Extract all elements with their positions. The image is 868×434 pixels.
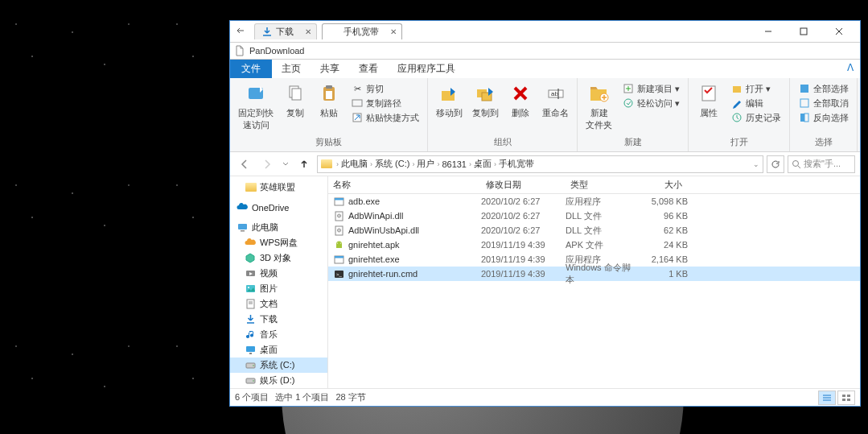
sidebar-item[interactable]: 此电脑 [230, 220, 327, 235]
file-row[interactable]: AdbWinUsbApi.dll2020/10/2 6:27DLL 文件62 K… [328, 223, 860, 238]
sidebar-item[interactable]: 3D 对象 [230, 250, 327, 266]
address-row: › 此电脑› 系统 (C:)› 用户› 86131› 桌面› 手机宽带 ⌄ 搜索… [230, 152, 860, 176]
pictures-icon [245, 283, 257, 295]
close-icon[interactable]: ✕ [305, 27, 311, 36]
menu-apptools[interactable]: 应用程序工具 [388, 60, 465, 78]
tab-downloads[interactable]: 下载 ✕ [254, 23, 317, 39]
menu-share[interactable]: 共享 [311, 60, 349, 78]
move-to-icon [438, 81, 462, 105]
ribbon-collapse-button[interactable]: ᐱ [841, 60, 860, 78]
svg-point-54 [339, 229, 340, 231]
close-button[interactable] [821, 22, 857, 41]
file-row[interactable]: adb.exe2020/10/2 6:27应用程序5,098 KB [328, 194, 860, 209]
sidebar-item[interactable]: 文档 [230, 296, 327, 312]
svg-text:ab: ab [551, 90, 558, 97]
history-button[interactable]: 历史记录 [727, 110, 784, 125]
downloads-icon [245, 313, 257, 325]
menu-home[interactable]: 主页 [272, 60, 311, 78]
title-bar: PanDownload [230, 42, 860, 60]
rename-button[interactable]: ab重命名 [537, 80, 574, 121]
copy-to-button[interactable]: 复制到 [467, 80, 504, 121]
svg-rect-24 [800, 99, 808, 107]
svg-rect-26 [804, 114, 808, 122]
svg-rect-25 [800, 114, 804, 122]
properties-button[interactable]: 属性 [692, 80, 726, 121]
icons-view-button[interactable] [837, 391, 855, 405]
qat-tool-icon[interactable] [236, 26, 247, 37]
address-bar[interactable]: › 此电脑› 系统 (C:)› 用户› 86131› 桌面› 手机宽带 ⌄ [317, 155, 763, 173]
column-name[interactable]: 名称 [328, 179, 481, 191]
menu-bar: 文件 主页 共享 查看 应用程序工具 ᐱ [230, 60, 860, 78]
file-row[interactable]: >_gnirehtet-run.cmd2019/11/19 4:39Window… [328, 267, 860, 281]
cut-button[interactable]: ✂剪切 [348, 81, 422, 96]
forward-button[interactable] [257, 155, 277, 174]
copy-button[interactable]: 复制 [278, 80, 312, 121]
sidebar-item[interactable]: 英雄联盟 [230, 180, 327, 195]
easy-access-button[interactable]: 轻松访问 ▾ [619, 96, 683, 110]
new-item-icon [622, 82, 635, 95]
edit-button[interactable]: 编辑 [727, 96, 784, 110]
file-list: adb.exe2020/10/2 6:27应用程序5,098 KBAdbWinA… [328, 194, 860, 388]
sidebar-item[interactable]: 下载 [230, 312, 327, 327]
svg-point-19 [624, 99, 632, 107]
copy-path-button[interactable]: 复制路径 [348, 96, 422, 110]
sidebar-item[interactable]: 视频 [230, 266, 327, 281]
close-icon[interactable]: ✕ [390, 27, 397, 36]
delete-button[interactable]: 删除 [504, 80, 537, 121]
paste-shortcut-button[interactable]: 粘贴快捷方式 [348, 110, 422, 125]
svg-rect-30 [241, 230, 245, 232]
search-input[interactable]: 搜索"手... [788, 155, 855, 173]
status-bar: 6 个项目 选中 1 个项目 28 字节 [230, 388, 860, 406]
menu-view[interactable]: 查看 [349, 60, 388, 78]
new-folder-button[interactable]: 新建 文件夹 [581, 80, 617, 133]
menu-file[interactable]: 文件 [230, 60, 272, 78]
column-type[interactable]: 类型 [566, 179, 638, 191]
sidebar-item[interactable]: OneDrive [230, 200, 327, 215]
svg-rect-4 [292, 89, 301, 100]
wps-icon [245, 237, 257, 249]
svg-rect-6 [326, 85, 332, 89]
sidebar-item[interactable]: 系统 (C:) [230, 358, 327, 373]
docs-icon [245, 298, 257, 310]
up-button[interactable] [294, 155, 314, 174]
paste-button[interactable]: 粘贴 [312, 80, 346, 121]
pin-quick-access-button[interactable]: 固定到快 速访问 [233, 80, 278, 133]
sidebar-item[interactable]: 图片 [230, 281, 327, 296]
pc-icon [237, 221, 249, 234]
recent-dropdown[interactable] [280, 155, 291, 174]
download-tab-icon [261, 27, 273, 38]
svg-rect-29 [238, 224, 247, 229]
svg-rect-66 [842, 399, 845, 401]
sidebar-item[interactable]: WPS网盘 [230, 235, 327, 250]
details-view-button[interactable] [818, 391, 836, 405]
select-all-button[interactable]: 全部选择 [795, 81, 852, 96]
select-none-button[interactable]: 全部取消 [795, 96, 852, 110]
sidebar-item[interactable]: 娱乐 (D:) [230, 373, 327, 388]
svg-rect-64 [842, 395, 845, 397]
file-pane: 名称 修改日期 类型 大小 adb.exe2020/10/2 6:27应用程序5… [328, 176, 860, 388]
file-row[interactable]: AdbWinApi.dll2020/10/2 6:27DLL 文件96 KB [328, 209, 860, 223]
sidebar-item[interactable]: 桌面 [230, 342, 327, 358]
sidebar-item[interactable]: 音乐 [230, 327, 327, 342]
maximize-button[interactable] [786, 22, 821, 41]
svg-point-55 [337, 242, 338, 243]
minimize-button[interactable] [751, 22, 786, 41]
svg-rect-1 [800, 28, 807, 35]
invert-selection-button[interactable]: 反向选择 [795, 110, 852, 125]
window-title: PanDownload [249, 46, 305, 56]
new-item-button[interactable]: 新建项目 ▾ [619, 81, 683, 96]
desktop-icon [245, 344, 257, 356]
tab-current-folder[interactable]: 手机宽带 ✕ [322, 23, 402, 39]
column-date[interactable]: 修改日期 [481, 179, 566, 191]
move-to-button[interactable]: 移动到 [431, 80, 467, 121]
onedrive-icon [237, 201, 249, 213]
svg-point-42 [253, 380, 254, 382]
open-button[interactable]: 打开 ▾ [727, 81, 784, 96]
pin-icon [244, 81, 268, 105]
file-row[interactable]: gnirehtet.apk2019/11/19 4:39APK 文件24 KB [328, 238, 860, 252]
back-button[interactable] [235, 155, 254, 174]
refresh-button[interactable] [767, 155, 784, 173]
music-icon [245, 329, 257, 341]
column-size[interactable]: 大小 [638, 179, 688, 191]
video-icon [245, 267, 257, 279]
